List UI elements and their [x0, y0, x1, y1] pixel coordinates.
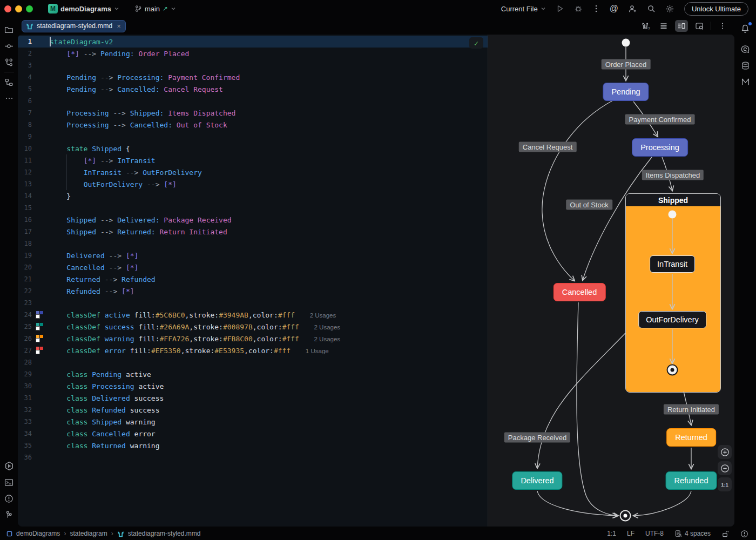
code-line-9[interactable]: 9 — [18, 131, 488, 143]
code-line-18[interactable]: 18 — [18, 238, 488, 249]
stripe-separator — [4, 72, 14, 72]
code-line-35[interactable]: 35 class Returned warning — [18, 440, 488, 451]
window-close-button[interactable] — [4, 5, 11, 12]
problems-tool-button[interactable] — [0, 490, 18, 507]
code-line-20[interactable]: 20 Cancelled --> [*] — [18, 261, 488, 273]
preview-only-view-icon[interactable] — [693, 20, 706, 32]
code-with-me-icon[interactable] — [628, 4, 637, 14]
code-line-1[interactable]: 1stateDiagram-v2 — [18, 36, 488, 48]
editor-only-view-icon[interactable] — [657, 20, 670, 32]
services-tool-button[interactable] — [0, 458, 18, 474]
code-line-14[interactable]: 14 } — [18, 190, 488, 202]
code-line-33[interactable]: 33 class Shipped warning — [18, 416, 488, 428]
code-line-8[interactable]: 8 Processing --> Cancelled: Out of Stock — [18, 119, 488, 131]
settings-gear-icon[interactable] — [665, 4, 674, 14]
code-line-13[interactable]: 13 OutForDelivery --> [*] — [18, 178, 488, 190]
run-button[interactable] — [556, 4, 564, 13]
code-line-25[interactable]: 25 classDef success fill:#26A69A,stroke:… — [18, 321, 488, 333]
code-line-36[interactable]: 36 — [18, 451, 488, 463]
ai-assistant-icon[interactable]: @ — [610, 4, 618, 14]
code-line-17[interactable]: 17 Shipped --> Returned: Return Initiate… — [18, 226, 488, 238]
title-bar: M demoDiagrams main ↗ Current File @ Unl… — [0, 0, 756, 17]
line-number: 3 — [21, 62, 32, 69]
breadcrumb-file[interactable]: statediagram-styled.mmd — [128, 530, 201, 537]
code-line-5[interactable]: 5 Pending --> Cancelled: Cancel Request — [18, 83, 488, 95]
code-line-3[interactable]: 3 — [18, 59, 488, 71]
debug-button[interactable] — [574, 4, 583, 13]
code-line-26[interactable]: 26 classDef warning fill:#FFA726,stroke:… — [18, 333, 488, 345]
code-line-23[interactable]: 23 — [18, 297, 488, 309]
code-line-6[interactable]: 6 — [18, 95, 488, 107]
notifications-bell-icon[interactable] — [737, 21, 754, 37]
tab-close-icon[interactable]: × — [117, 22, 121, 30]
editor-options-menu[interactable] — [716, 20, 729, 32]
ai-assistant-tool-button[interactable] — [737, 41, 754, 57]
zoom-in-button[interactable] — [718, 445, 732, 459]
structure-tool-button[interactable] — [0, 74, 18, 90]
more-tool-windows-button[interactable] — [0, 90, 18, 106]
code-line-15[interactable]: 15 — [18, 202, 488, 214]
code-line-12[interactable]: 12 InTransit --> OutForDelivery — [18, 166, 488, 178]
breadcrumb-folder[interactable]: statediagram — [70, 530, 107, 537]
vcs-graph-tool-button[interactable] — [0, 54, 18, 70]
inspections-ok-widget[interactable]: ✓ — [469, 37, 483, 49]
zoom-reset-button[interactable]: 1:1 — [718, 477, 732, 491]
zoom-out-button[interactable] — [718, 461, 732, 475]
run-configuration-selector[interactable]: Current File — [501, 5, 546, 13]
code-line-30[interactable]: 30 class Processing active — [18, 380, 488, 392]
code-editor[interactable]: 1stateDiagram-v22 [*] --> Pending: Order… — [18, 35, 488, 526]
line-number: 20 — [21, 264, 32, 271]
code-line-28[interactable]: 28 — [18, 356, 488, 368]
readonly-lock-icon[interactable] — [721, 530, 730, 538]
code-line-21[interactable]: 21 Returned --> Refunded — [18, 273, 488, 285]
database-tool-button[interactable] — [737, 57, 754, 73]
code-line-19[interactable]: 19 Delivered --> [*] — [18, 249, 488, 261]
project-tool-button[interactable] — [0, 22, 18, 38]
search-everywhere-icon[interactable] — [647, 4, 656, 13]
gutter-line-16: 16 — [18, 216, 50, 224]
encoding-widget[interactable]: UTF-8 — [645, 530, 664, 537]
commit-tool-button[interactable] — [0, 38, 18, 54]
code-line-24[interactable]: 24 classDef active fill:#5C6BC0,stroke:#… — [18, 309, 488, 321]
code-line-32[interactable]: 32 class Refunded success — [18, 404, 488, 416]
line-separator-widget[interactable]: LF — [627, 530, 634, 537]
code-line-16[interactable]: 16 Shipped --> Delivered: Package Receiv… — [18, 214, 488, 226]
terminal-tool-button[interactable] — [0, 474, 18, 490]
tab-statediagram-styled[interactable]: statediagram-styled.mmd × — [22, 20, 126, 32]
indent-widget[interactable]: 4 spaces — [674, 530, 711, 537]
code-line-22[interactable]: 22 Refunded --> [*] — [18, 285, 488, 297]
split-editor-preview-icon[interactable] — [675, 20, 688, 32]
mermaid-syntax-help-icon[interactable]: ? — [639, 20, 652, 32]
window-zoom-button[interactable] — [26, 5, 33, 12]
code-line-29[interactable]: 29 class Pending active — [18, 368, 488, 380]
project-widget[interactable]: M demoDiagrams — [48, 4, 119, 14]
breadcrumb-project[interactable]: demoDiagrams — [16, 530, 60, 537]
more-actions-menu[interactable] — [592, 4, 600, 13]
diagram-canvas[interactable]: 1:1 PendingProcessingCancelledShippedInT… — [488, 35, 734, 526]
window-minimize-button[interactable] — [15, 5, 22, 12]
line-number: 8 — [21, 121, 32, 129]
code-text: class Delivered success — [50, 394, 488, 402]
code-line-10[interactable]: 10 state Shipped { — [18, 143, 488, 154]
caret-position-widget[interactable]: 1:1 — [607, 530, 616, 537]
gutter-line-28: 28 — [18, 359, 50, 366]
line-number: 10 — [21, 145, 32, 152]
gutter-line-21: 21 — [18, 275, 50, 283]
code-line-11[interactable]: 11 [*] --> InTransit — [18, 154, 488, 166]
code-line-7[interactable]: 7 Processing --> Shipped: Items Dispatch… — [18, 107, 488, 119]
code-line-2[interactable]: 2 [*] --> Pending: Order Placed — [18, 48, 488, 59]
line-number: 5 — [21, 85, 32, 93]
unlock-ultimate-button[interactable]: Unlock Ultimate — [684, 2, 748, 16]
version-control-tool-button[interactable] — [0, 507, 18, 523]
code-line-4[interactable]: 4 Pending --> Processing: Payment Confir… — [18, 71, 488, 83]
line-number: 26 — [21, 335, 32, 342]
code-line-27[interactable]: 27 classDef error fill:#EF5350,stroke:#E… — [18, 345, 488, 356]
code-line-31[interactable]: 31 class Delivered success — [18, 392, 488, 404]
code-line-34[interactable]: 34 class Cancelled error — [18, 428, 488, 440]
mermaid-panel-tool-button[interactable] — [737, 73, 754, 90]
edge-Shipped-Delivered — [537, 333, 625, 468]
line-number: 6 — [21, 97, 32, 105]
vcs-widget[interactable]: main ↗ — [134, 5, 176, 13]
error-indicator-icon[interactable] — [740, 530, 748, 538]
mermaid-file-icon — [26, 22, 33, 30]
